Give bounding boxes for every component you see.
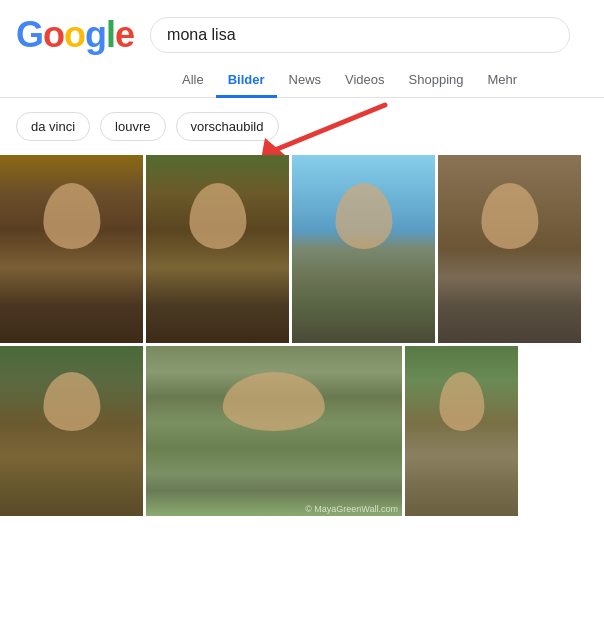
tab-mehr[interactable]: Mehr	[476, 64, 530, 98]
image-cell-5[interactable]	[0, 346, 143, 516]
attribution-text: © MayaGreenWall.com	[305, 504, 398, 514]
image-row-1	[0, 155, 604, 343]
svg-line-0	[270, 105, 385, 152]
header: Google	[0, 0, 604, 56]
search-input[interactable]	[167, 26, 553, 44]
nav-tabs: Alle Bilder News Videos Shopping Mehr	[0, 56, 604, 98]
chip-vorschaubild[interactable]: vorschaubild	[176, 112, 279, 141]
google-logo: Google	[16, 14, 134, 56]
filter-area: da vinci louvre vorschaubild	[0, 98, 604, 151]
tab-alle[interactable]: Alle	[170, 64, 216, 98]
image-grid: © MayaGreenWall.com	[0, 151, 604, 516]
image-cell-7[interactable]	[405, 346, 518, 516]
tab-shopping[interactable]: Shopping	[397, 64, 476, 98]
image-cell-3[interactable]	[292, 155, 435, 343]
tab-news[interactable]: News	[277, 64, 334, 98]
image-cell-2[interactable]	[146, 155, 289, 343]
chip-davinci[interactable]: da vinci	[16, 112, 90, 141]
image-cell-6[interactable]: © MayaGreenWall.com	[146, 346, 402, 516]
search-bar[interactable]	[150, 17, 570, 53]
chip-louvre[interactable]: louvre	[100, 112, 165, 141]
image-row-2: © MayaGreenWall.com	[0, 346, 604, 516]
tab-videos[interactable]: Videos	[333, 64, 397, 98]
image-cell-1[interactable]	[0, 155, 143, 343]
tab-bilder[interactable]: Bilder	[216, 64, 277, 98]
image-cell-4[interactable]	[438, 155, 581, 343]
